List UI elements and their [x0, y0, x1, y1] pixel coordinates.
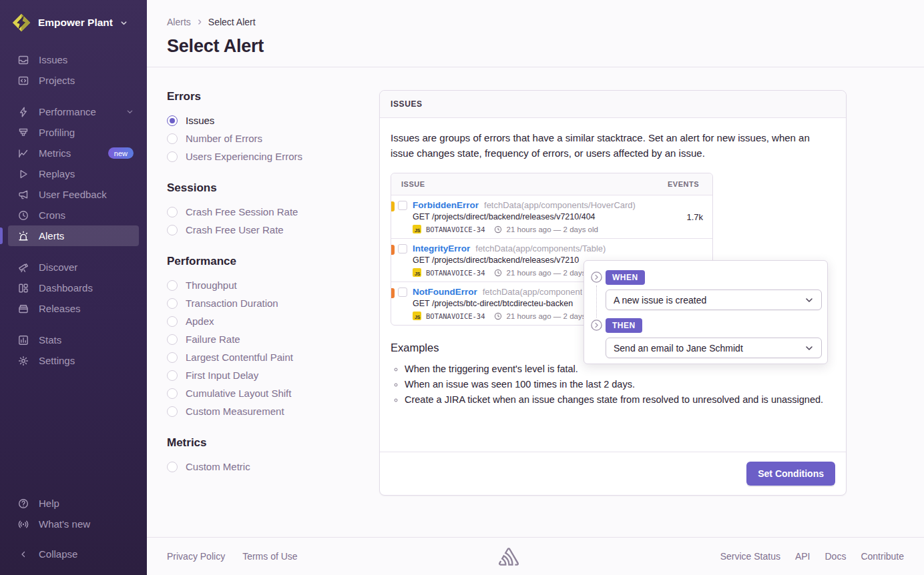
group-heading: Metrics [167, 436, 379, 450]
main-area: Alerts Select Alert Select Alert Errors … [147, 0, 924, 575]
issue-row[interactable]: ForbiddenError fetchData(app/components/… [391, 195, 712, 239]
when-badge: WHEN [606, 270, 645, 285]
breadcrumb: Alerts Select Alert [167, 17, 904, 27]
issue-short-id: BOTANAVOICE-34 [426, 225, 485, 233]
issue-title-link[interactable]: IntegrityError [413, 243, 470, 253]
issue-title-link[interactable]: ForbiddenError [413, 200, 479, 210]
sidebar-item-stats[interactable]: Stats [8, 330, 139, 350]
sidebar-item-releases[interactable]: Releases [8, 298, 139, 319]
radio-icon[interactable] [167, 298, 178, 309]
alert-type-option-failure-rate[interactable]: Failure Rate [167, 330, 379, 348]
sidebar-item-replays[interactable]: Replays [8, 163, 139, 184]
sidebar-item-issues[interactable]: Issues [8, 49, 139, 70]
alert-type-group-performance: Performance Throughput Transaction Durat… [167, 255, 379, 420]
api-link[interactable]: API [795, 551, 811, 562]
page-title: Select Alert [167, 36, 904, 57]
when-condition-select[interactable]: A new issue is created [606, 290, 822, 310]
alert-type-option-custom-measurement[interactable]: Custom Measurement [167, 402, 379, 420]
alert-type-option-crash-free-session-rate[interactable]: Crash Free Session Rate [167, 203, 379, 221]
alert-type-option-cumulative-layout-shift[interactable]: Cumulative Layout Shift [167, 384, 379, 402]
when-condition-value: A new issue is created [614, 295, 706, 306]
group-heading: Errors [167, 90, 379, 103]
contribute-link[interactable]: Contribute [861, 551, 904, 562]
radio-icon[interactable] [167, 462, 178, 472]
alert-rule-popup: WHEN A new issue is created THEN Send an… [584, 260, 828, 364]
sidebar-item-crons[interactable]: Crons [8, 205, 139, 225]
alert-type-option-custom-metric[interactable]: Custom Metric [167, 458, 379, 476]
issues-panel: ISSUES Issues are groups of errors that … [379, 90, 847, 496]
radio-icon[interactable] [167, 207, 178, 217]
issue-checkbox[interactable] [398, 244, 407, 253]
sidebar-item-user-feedback[interactable]: User Feedback [8, 184, 139, 205]
clock-icon [494, 269, 502, 277]
alert-type-list: Errors Issues Number of Errors Users Exp… [167, 90, 379, 537]
alert-type-group-sessions: Sessions Crash Free Session Rate Crash F… [167, 181, 379, 239]
sidebar-item-projects[interactable]: Projects [8, 70, 139, 91]
alert-type-option-apdex[interactable]: Apdex [167, 312, 379, 330]
sidebar-item-performance[interactable]: Performance [8, 101, 139, 122]
alert-type-option-first-input-delay[interactable]: First Input Delay [167, 366, 379, 384]
group-heading: Sessions [167, 181, 379, 195]
alert-type-option-crash-free-user-rate[interactable]: Crash Free User Rate [167, 221, 379, 239]
javascript-platform-icon: JS [413, 312, 421, 320]
radio-selected-icon[interactable] [167, 115, 178, 126]
help-icon [17, 498, 29, 510]
sidebar-item-whats-new[interactable]: What's new [8, 514, 139, 534]
docs-link[interactable]: Docs [825, 551, 847, 562]
sidebar-item-discover[interactable]: Discover [8, 257, 139, 277]
radio-icon[interactable] [167, 370, 178, 381]
radio-icon[interactable] [167, 388, 178, 399]
sidebar-item-metrics[interactable]: Metrics new [8, 143, 139, 163]
sidebar-item-alerts[interactable]: Alerts [8, 225, 139, 246]
service-status-link[interactable]: Service Status [720, 551, 780, 562]
app-window: Empower Plant Issues Projects [0, 0, 924, 575]
level-indicator [391, 288, 395, 298]
issue-table-header: ISSUE EVENTS [391, 173, 712, 195]
issue-message: GET /projects/direct/backend/releases/v7… [413, 212, 668, 221]
radio-icon[interactable] [167, 280, 178, 291]
alert-type-option-issues[interactable]: Issues [167, 111, 379, 129]
issue-checkbox[interactable] [398, 288, 407, 297]
privacy-policy-link[interactable]: Privacy Policy [167, 551, 225, 562]
org-switcher[interactable]: Empower Plant [0, 7, 147, 49]
issue-title-link[interactable]: NotFoundError [413, 287, 477, 297]
sidebar-item-settings[interactable]: Settings [8, 350, 139, 371]
alert-type-group-errors: Errors Issues Number of Errors Users Exp… [167, 90, 379, 165]
javascript-platform-icon: JS [413, 225, 421, 233]
breadcrumb-alerts-link[interactable]: Alerts [167, 17, 191, 27]
chevron-down-icon [120, 19, 128, 27]
alert-type-option-number-of-errors[interactable]: Number of Errors [167, 129, 379, 147]
sidebar-item-help[interactable]: Help [8, 493, 139, 514]
javascript-platform-icon: JS [413, 268, 421, 277]
radio-icon[interactable] [167, 352, 178, 363]
sidebar-footer: Help What's new Collapse [0, 493, 147, 568]
projects-icon [17, 75, 29, 87]
issue-checkbox[interactable] [398, 201, 407, 210]
radio-icon[interactable] [167, 225, 178, 235]
replays-icon [17, 168, 29, 180]
sidebar-item-dashboards[interactable]: Dashboards [8, 277, 139, 298]
page-header: Alerts Select Alert Select Alert [147, 0, 924, 67]
chevron-down-icon [804, 296, 814, 305]
level-indicator [391, 245, 395, 255]
discover-icon [17, 261, 29, 273]
sidebar-item-profiling[interactable]: Profiling [8, 122, 139, 143]
alert-type-option-transaction-duration[interactable]: Transaction Duration [167, 294, 379, 312]
then-action-select[interactable]: Send an email to Jane Schmidt [606, 338, 822, 358]
page-footer: Privacy Policy Terms of Use Service Stat… [147, 537, 924, 575]
set-conditions-button[interactable]: Set Conditions [746, 462, 835, 486]
crons-icon [17, 209, 29, 221]
dashboards-icon [17, 282, 29, 294]
alert-type-option-users-experiencing-errors[interactable]: Users Experiencing Errors [167, 147, 379, 165]
alert-type-option-largest-contentful-paint[interactable]: Largest Contentful Paint [167, 348, 379, 366]
radio-icon[interactable] [167, 151, 178, 162]
sidebar-collapse-button[interactable]: Collapse [8, 544, 139, 564]
radio-icon[interactable] [167, 334, 178, 345]
alert-type-option-throughput[interactable]: Throughput [167, 276, 379, 294]
radio-icon[interactable] [167, 316, 178, 327]
org-name: Empower Plant [38, 17, 113, 29]
radio-icon[interactable] [167, 133, 178, 144]
clock-icon [494, 312, 502, 320]
radio-icon[interactable] [167, 406, 178, 417]
terms-of-use-link[interactable]: Terms of Use [242, 551, 297, 562]
